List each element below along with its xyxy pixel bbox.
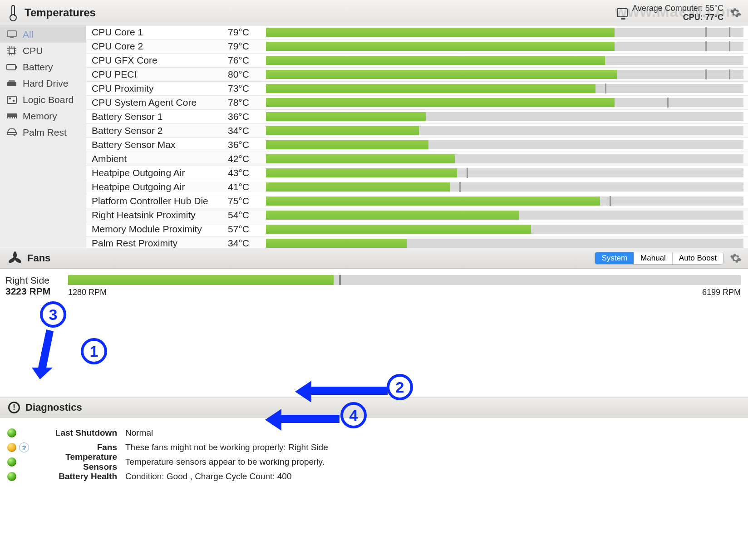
sidebar-item-label: All [23,29,33,40]
temperature-row[interactable]: Memory Module Proximity57°C [86,222,748,236]
svg-point-9 [13,100,15,102]
temperature-row[interactable]: CPU Core 279°C [86,39,748,54]
temperature-row[interactable]: Platform Controller Hub Die75°C [86,194,748,208]
battery-icon [6,63,17,72]
fan-rpm: 3223 RPM [5,286,60,297]
sensor-value: 75°C [228,196,264,206]
fan-mode-auto-boost[interactable]: Auto Boost [672,252,723,264]
sensor-bar [266,140,743,149]
sensor-value: 57°C [228,224,264,235]
sidebar-item-label: Battery [23,62,53,73]
diagnostic-label: Fans [31,442,117,452]
sidebar-item-cpu[interactable]: CPU [0,43,86,59]
fan-mode-segmented[interactable]: SystemManualAuto Boost [595,252,723,265]
help-button[interactable]: ? [19,442,29,452]
sensor-name: Battery Sensor 1 [92,111,228,122]
sensor-name: CPU PECI [92,69,228,80]
diagnostic-value: These fans might not be working properly… [125,442,328,452]
sensor-bar [266,112,743,121]
sensor-value: 36°C [228,139,264,150]
svg-rect-1 [10,37,14,38]
summary-cpu-value: 77°C [705,13,723,22]
temperature-row[interactable]: Ambient42°C [86,152,748,166]
sensor-value: 79°C [228,41,264,52]
status-dot-yellow [7,443,16,452]
palmrest-icon [6,128,17,137]
diagnostics-body: Last ShutdownNormal?FansThese fans might… [0,418,748,493]
annotation-1: 1 [81,338,107,364]
sidebar-item-label: CPU [23,45,43,56]
diagnostic-value: Temperature sensors appear to be working… [125,457,325,467]
sidebar-item-memory[interactable]: Memory [0,108,86,124]
sidebar-item-logic-board[interactable]: Logic Board [0,92,86,108]
summary-cpu-label: CPU: [683,13,703,22]
status-dot-green [7,457,16,467]
fans-body: Right Side 3223 RPM 1280 RPM 6199 RPM [0,269,748,339]
sensor-bar [266,28,743,37]
diagnostic-row: Temperature SensorsTemperature sensors a… [7,455,741,469]
sensor-name: Palm Rest Proximity [92,238,228,248]
sensor-value: 34°C [228,125,264,136]
monitor-icon [617,8,628,17]
sidebar-item-palm-rest[interactable]: Palm Rest [0,124,86,141]
svg-rect-10 [7,113,17,117]
sensor-bar [266,225,743,234]
sensor-name: Right Heatsink Proximity [92,210,228,221]
temperature-row[interactable]: CPU System Agent Core78°C [86,96,748,110]
settings-gear-button[interactable] [730,7,742,19]
sensor-bar [266,126,743,135]
temperature-row[interactable]: CPU Core 179°C [86,25,748,39]
temperature-row[interactable]: Heatpipe Outgoing Air43°C [86,166,748,180]
temperature-row[interactable]: Heatpipe Outgoing Air41°C [86,180,748,194]
temperatures-header: Temperatures Average Computer: 55°C CPU:… [0,0,748,25]
sidebar-item-label: Logic Board [23,94,74,105]
sensor-value: 78°C [228,97,264,108]
sensor-name: CPU System Agent Core [92,97,228,108]
summary-avg-value: 55°C [705,4,723,13]
temperature-row[interactable]: Battery Sensor 136°C [86,110,748,124]
sensor-bar [266,154,743,163]
temperature-row[interactable]: CPU PECI80°C [86,68,748,82]
temperature-row[interactable]: CPU GFX Core76°C [86,54,748,68]
temperature-row[interactable]: Battery Sensor 234°C [86,124,748,138]
sensor-bar [266,182,743,192]
temperature-row[interactable]: Palm Rest Proximity34°C [86,236,748,248]
summary-block: Average Computer: 55°C CPU: 77°C [617,4,723,22]
sensor-bar [266,84,743,93]
diagnostic-label: Temperature Sensors [31,452,117,472]
category-sidebar: AllCPUBatteryHard DriveLogic BoardMemory… [0,25,86,248]
sensor-name: CPU GFX Core [92,55,228,66]
sensor-value: 34°C [228,238,264,248]
sidebar-item-battery[interactable]: Battery [0,59,86,75]
temperature-row[interactable]: Right Heatsink Proximity54°C [86,208,748,222]
diagnostic-row: Last ShutdownNormal [7,426,741,440]
sidebar-item-label: Memory [23,111,57,122]
diagnostic-label: Last Shutdown [31,428,117,438]
svg-rect-4 [16,66,17,69]
cpu-icon [6,46,17,55]
temperature-row[interactable]: CPU Proximity73°C [86,82,748,96]
fan-bar[interactable] [68,275,741,285]
fan-name: Right Side [5,275,60,286]
fan-max-rpm: 6199 RPM [702,288,741,297]
sidebar-item-hard-drive[interactable]: Hard Drive [0,75,86,92]
fan-mode-system[interactable]: System [595,252,634,264]
sensor-name: Battery Sensor Max [92,139,228,150]
temperature-list: CPU Core 179°CCPU Core 279°CCPU GFX Core… [86,25,748,248]
fans-gear-button[interactable] [730,252,742,264]
status-dot-green [7,428,16,437]
sensor-name: Ambient [92,153,228,164]
sensor-bar [266,239,743,248]
fan-mode-manual[interactable]: Manual [634,252,672,264]
temperature-row[interactable]: Battery Sensor Max36°C [86,138,748,152]
sensor-bar [266,56,743,65]
temperatures-title: Temperatures [25,6,96,19]
svg-rect-0 [7,31,16,37]
svg-rect-5 [7,82,16,86]
harddrive-icon [6,79,17,88]
svg-rect-7 [7,96,16,103]
sensor-value: 79°C [228,27,264,38]
sidebar-item-all[interactable]: All [0,26,86,43]
sensor-name: Memory Module Proximity [92,224,228,235]
sensor-name: CPU Core 2 [92,41,228,52]
